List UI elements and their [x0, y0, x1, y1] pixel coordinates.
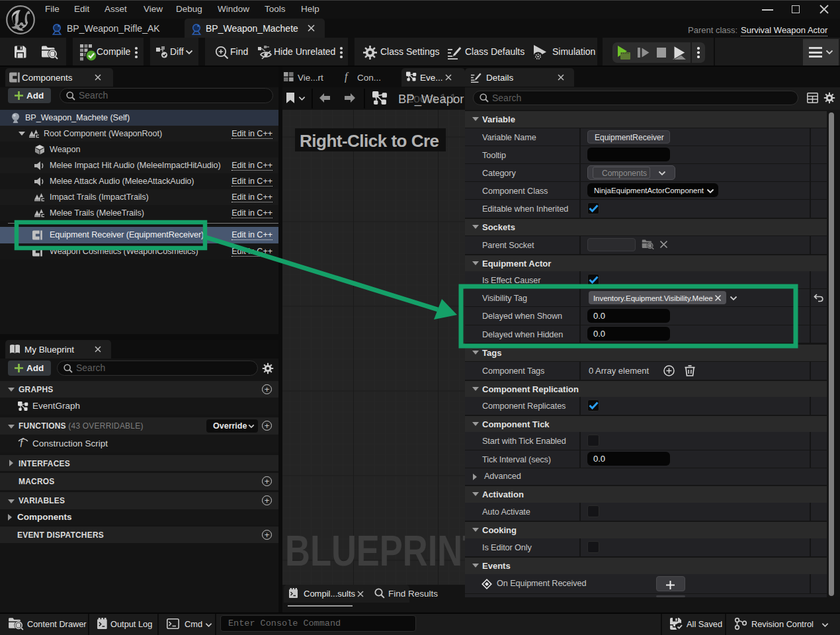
svg-text:f: f	[345, 71, 349, 83]
